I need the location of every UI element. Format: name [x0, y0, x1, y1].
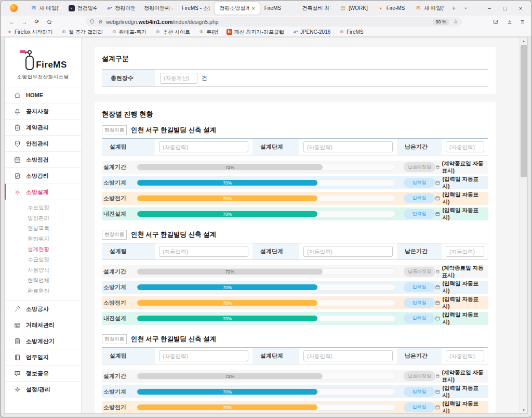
tab-favicon-icon: ✉	[31, 5, 37, 11]
vertical-scrollbar[interactable]: ▲ ▼	[520, 37, 527, 413]
bookmark-item[interactable]: ● Firefox 시작하기	[7, 29, 52, 36]
bookmark-item[interactable]: ⊕ 추천 사이트	[155, 29, 190, 36]
bookmark-favicon-icon: ⊕	[155, 29, 161, 35]
scroll-up-arrow-icon[interactable]: ▲	[520, 37, 527, 44]
progress-track: 70%	[137, 179, 395, 186]
sidebar-subitem[interactable]: 설계현황	[5, 244, 81, 255]
list-tabs-chevron-icon[interactable]	[463, 5, 469, 11]
bookmark-favicon-icon: ⊕	[111, 29, 117, 35]
sidebar-subitem[interactable]: 현장목록	[5, 224, 81, 234]
sidebar-item[interactable]: 안전관리	[5, 135, 81, 151]
browser-tab[interactable]: FireMS ×	[260, 1, 298, 16]
home-button[interactable]	[43, 18, 56, 25]
sidebar-subitem[interactable]: 수급일정	[5, 255, 81, 265]
browser-tab[interactable]: ✉ 새 메일(받은메일 ×	[410, 1, 448, 16]
forward-button[interactable]: →	[18, 19, 31, 25]
browser-tab[interactable]: FireMS - 소방감리 프 ×	[177, 1, 215, 16]
sidebar-item[interactable]: 소방감리	[5, 167, 81, 184]
browser-tab[interactable]: ● 점검일수계산기 ×	[64, 1, 102, 16]
date-type-badge: 납품예정일	[404, 371, 435, 381]
sidebar-subitem[interactable]: 현장위치	[5, 234, 81, 244]
field-input[interactable]	[303, 350, 393, 361]
bookmark-favicon-icon: ●	[7, 29, 12, 35]
date-type-badge: 입력일	[404, 298, 435, 308]
browser-tab[interactable]: JP 정평이앤씨 소방 ×	[101, 1, 139, 16]
sidebar-item[interactable]: 소방설계	[5, 184, 81, 200]
sidebar-subitem-label: 수급일정	[28, 256, 49, 264]
sidebar-item[interactable]: 계약관리	[5, 119, 81, 135]
sidebar-subitem[interactable]: 일정관리	[5, 213, 81, 224]
field-input[interactable]	[159, 141, 248, 152]
minimize-button[interactable]: −	[482, 5, 497, 11]
field-input[interactable]	[446, 141, 484, 152]
close-window-button[interactable]: ×	[513, 5, 528, 11]
browser-tab[interactable]: ▲ Fire-MS 소방넷 ×	[373, 1, 411, 16]
browser-tab[interactable]: 정평소방설계 프로 ×	[215, 2, 259, 15]
bookmark-item[interactable]: ⊕ 쿠팡!	[198, 29, 218, 36]
progress-row-label: 소방전기	[102, 194, 137, 202]
field-input[interactable]	[303, 246, 393, 257]
sidebar-item[interactable]: HOME	[5, 87, 81, 103]
field-input[interactable]	[159, 246, 248, 257]
auto-date-label: (입력일 자동표시)	[443, 176, 484, 190]
reload-button[interactable]: ⟳	[31, 18, 43, 25]
sidebar-item-label: 소방감리	[26, 172, 49, 180]
sidebar-subitem[interactable]: 협력업체	[5, 276, 81, 286]
sidebar-item-label: 거래처관리	[26, 321, 55, 329]
bookmark-item[interactable]: ⊕ FireMS	[339, 29, 363, 35]
sidebar-item[interactable]: 소방계산기	[5, 333, 81, 349]
sidebar-item[interactable]: 설정/관리	[5, 381, 81, 397]
tab-label: 새 메일(받은메일	[39, 5, 59, 12]
sidebar-item[interactable]: 정보공유	[5, 365, 81, 381]
bookmark-item[interactable]: ⊕ 위메프-특가	[111, 29, 147, 36]
sidebar-subitem[interactable]: 완료현장	[5, 286, 81, 296]
field-label: 남은기간	[397, 348, 442, 364]
bookmark-item[interactable]: JP JPENC-2016	[292, 29, 330, 35]
field-input[interactable]	[446, 350, 484, 361]
browser-tab[interactable]: ▤ [WORK] 건축설비 ×	[335, 1, 373, 16]
sidebar-item[interactable]: 업무일지	[5, 349, 81, 365]
sidebar-item[interactable]: 소방공사	[5, 301, 81, 317]
sidebar-subitem-label: 현장위치	[28, 236, 49, 243]
browser-tab[interactable]: ✉ 새 메일(받은메일 ×	[26, 1, 64, 16]
sidebar-subitem[interactable]: 사용양식	[5, 265, 81, 276]
lock-slash-icon[interactable]	[98, 19, 103, 24]
bookmark-item[interactable]: h 패션 최저가-하프클럽	[227, 29, 284, 36]
scroll-down-arrow-icon[interactable]: ▼	[520, 407, 527, 413]
pocket-icon[interactable]	[493, 19, 499, 25]
auto-date-text: (입력일 자동표시)	[435, 280, 484, 295]
progress-row-label: 내진설계	[102, 315, 137, 322]
firefox-logo-icon[interactable]	[10, 4, 18, 12]
new-tab-button[interactable]: +	[452, 5, 456, 12]
sidebar-item-label: 정보공유	[26, 370, 49, 377]
close-icon[interactable]: ×	[251, 5, 255, 11]
menu-hamburger-icon[interactable]: ≡	[521, 18, 524, 25]
bookmark-star-icon[interactable]: ☆	[453, 18, 458, 25]
browser-tab[interactable]: 정평이앤씨 소방안전 ×	[139, 1, 177, 16]
sidebar-item[interactable]: 공지사항	[5, 103, 81, 119]
url-bar[interactable]: webjpfiredgn. web4in1.com /index/design5…	[86, 17, 462, 27]
progress-row-label: 소방전기	[102, 403, 137, 411]
shield-icon[interactable]	[89, 19, 95, 24]
field-input[interactable]	[159, 350, 248, 361]
sidebar-item[interactable]: 거래처관리	[5, 317, 81, 333]
auto-date-text: (입력일 자동표시)	[435, 207, 484, 221]
browser-tab[interactable]: 건축설비 최적화 시스 ×	[297, 1, 335, 16]
total-sites-input[interactable]	[160, 73, 197, 84]
bookmark-item[interactable]: ⊕ 웹 조각 갤러리	[61, 29, 103, 36]
download-icon[interactable]	[507, 19, 513, 25]
back-button[interactable]: ←	[6, 19, 18, 25]
field-input[interactable]	[303, 141, 393, 152]
toolbar-right: ≡	[493, 18, 526, 25]
sidebar-item-label: 소방계산기	[26, 337, 55, 345]
scrollbar-thumb[interactable]	[521, 45, 527, 177]
zoom-level-badge[interactable]: 90 %	[433, 19, 449, 25]
maximize-button[interactable]: □	[497, 5, 513, 11]
scrollbar-track[interactable]	[520, 44, 527, 407]
sidebar-subitem[interactable]: 주요일정	[5, 203, 81, 213]
date-type-badge: 입력일	[404, 178, 435, 188]
settings-gear-icon	[14, 386, 21, 394]
field-input[interactable]	[446, 246, 484, 257]
sidebar-item[interactable]: 소방점검	[5, 151, 81, 167]
progress-row-label: 설계기간	[102, 163, 137, 171]
